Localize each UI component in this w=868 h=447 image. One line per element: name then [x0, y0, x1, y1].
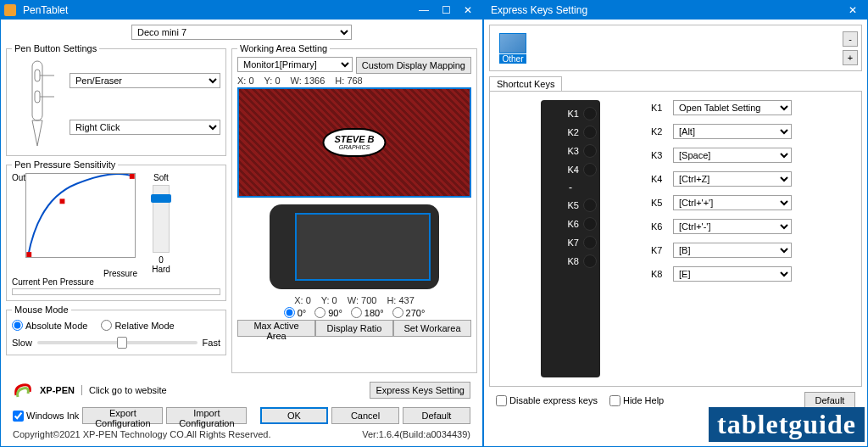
minimize-icon[interactable]: —: [413, 2, 435, 19]
softness-slider[interactable]: [153, 185, 170, 253]
cancel-button-right[interactable]: Cancel: [804, 419, 855, 436]
import-config-button[interactable]: Import Configuration: [166, 407, 247, 424]
k8-select[interactable]: [E]: [673, 266, 792, 282]
pen-bottom-button-select[interactable]: Right Click: [70, 120, 220, 135]
speed-slider[interactable]: [37, 341, 198, 344]
copyright-text: Copyright©2021 XP-PEN Technology CO.All …: [13, 429, 270, 439]
k1-select[interactable]: Open Tablet Setting: [673, 100, 792, 115]
working-legend: Working Area Setting: [237, 43, 330, 53]
k7-select[interactable]: [B]: [673, 243, 792, 258]
k4-select[interactable]: [Ctrl+Z]: [673, 171, 792, 187]
tab-shortcut-keys[interactable]: Shortcut Keys: [489, 76, 562, 91]
express-keys-setting-button[interactable]: Express Keys Setting: [370, 382, 470, 399]
brand-logo: XP-PEN: [13, 380, 75, 400]
rotate-0-radio[interactable]: 0°: [284, 307, 307, 318]
version-text: Ver:1.6.4(Build:a0034439): [362, 429, 470, 439]
app-icon: [4, 4, 16, 16]
absolute-mode-radio[interactable]: Absolute Mode: [12, 320, 87, 331]
svg-rect-7: [130, 174, 135, 179]
custom-display-mapping-button[interactable]: Custom Display Mapping: [356, 57, 471, 74]
slider-zero: 0: [159, 255, 164, 265]
titlebar-right: Express Keys Setting ✕: [484, 1, 867, 20]
pressure-legend: Pen Pressure Sensitivity: [12, 159, 118, 170]
pen-pressure-sensitivity: Pen Pressure Sensitivity Output: [6, 159, 226, 301]
hard-label: Hard: [152, 265, 170, 274]
ok-button[interactable]: OK: [260, 407, 328, 424]
slow-label: Slow: [12, 338, 32, 348]
relative-mode-radio[interactable]: Relative Mode: [101, 320, 174, 331]
rotate-180-radio[interactable]: 180°: [351, 307, 384, 318]
window-title: PenTablet: [19, 4, 413, 16]
current-pressure-label: Current Pen Pressure: [12, 277, 220, 287]
k2-select[interactable]: [Alt]: [673, 124, 792, 139]
close-icon[interactable]: ✕: [842, 2, 864, 19]
profile-list: Other - +: [489, 25, 862, 71]
mouse-mode: Mouse Mode Absolute Mode Relative Mode S…: [6, 305, 226, 355]
monitor-preview[interactable]: STEVE B GRAPHICS: [237, 87, 471, 198]
default-button[interactable]: Default: [403, 407, 470, 424]
close-icon[interactable]: ✕: [457, 2, 479, 19]
rotate-90-radio[interactable]: 90°: [314, 307, 342, 318]
tablet-coords: X: 0 Y: 0 W: 700 H: 437: [237, 295, 471, 305]
svg-rect-6: [60, 198, 65, 204]
svg-rect-5: [26, 252, 31, 257]
export-config-button[interactable]: Export Configuration: [82, 407, 163, 424]
k6-select[interactable]: [Ctrl+'-']: [673, 219, 792, 234]
k5-select[interactable]: [Ctrl+'+']: [673, 195, 792, 210]
ok-button-right[interactable]: OK: [742, 419, 793, 436]
display-ratio-button[interactable]: Display Ratio: [315, 320, 393, 337]
pen-buttons-legend: Pen Button Settings: [12, 43, 99, 53]
default-button-right[interactable]: Default: [804, 392, 855, 409]
pen-top-button-select[interactable]: Pen/Eraser: [70, 73, 220, 88]
website-link[interactable]: Click go to website: [81, 385, 167, 395]
soft-label: Soft: [153, 173, 169, 182]
remove-profile-button[interactable]: -: [843, 31, 858, 47]
k3-select[interactable]: [Space]: [673, 148, 792, 163]
profile-other[interactable]: Other: [493, 33, 532, 64]
add-profile-button[interactable]: +: [843, 50, 858, 65]
wallpaper-logo: STEVE B GRAPHICS: [322, 128, 386, 157]
titlebar-left: PenTablet — ☐ ✕: [1, 1, 482, 20]
cancel-button[interactable]: Cancel: [331, 407, 399, 424]
svg-rect-1: [35, 70, 40, 81]
mouse-legend: Mouse Mode: [12, 305, 71, 315]
profile-icon: [499, 33, 526, 53]
window-title-right: Express Keys Setting: [487, 4, 842, 16]
windows-ink-checkbox[interactable]: Windows Ink: [13, 411, 79, 422]
pressure-curve[interactable]: [25, 173, 136, 258]
screen-coords: X: 0 Y: 0 W: 1366 H: 768: [237, 75, 471, 86]
pressure-axis-label: Pressure: [103, 269, 137, 278]
device-select[interactable]: Deco mini 7: [131, 25, 352, 40]
set-workarea-button[interactable]: Set Workarea: [393, 320, 471, 337]
max-active-area-button[interactable]: Max Active Area: [237, 320, 315, 337]
express-key-graphic: K1 K2 K3 K4 - K5 K6 K7 K8: [541, 100, 600, 377]
working-area-setting: Working Area Setting Monitor1[Primary] C…: [231, 43, 477, 373]
maximize-icon[interactable]: ☐: [435, 2, 457, 19]
monitor-select[interactable]: Monitor1[Primary]: [237, 57, 353, 72]
pen-icon: [12, 57, 63, 150]
svg-rect-2: [35, 91, 40, 103]
rotate-270-radio[interactable]: 270°: [392, 307, 426, 318]
tablet-preview[interactable]: [270, 204, 439, 289]
pen-button-settings: Pen Button Settings Pen/Eraser R: [6, 43, 226, 156]
disable-express-keys-checkbox[interactable]: Disable express keys: [496, 395, 598, 406]
current-pressure-bar: [12, 288, 220, 295]
fast-label: Fast: [203, 338, 220, 348]
hide-help-checkbox[interactable]: Hide Help: [609, 395, 664, 406]
